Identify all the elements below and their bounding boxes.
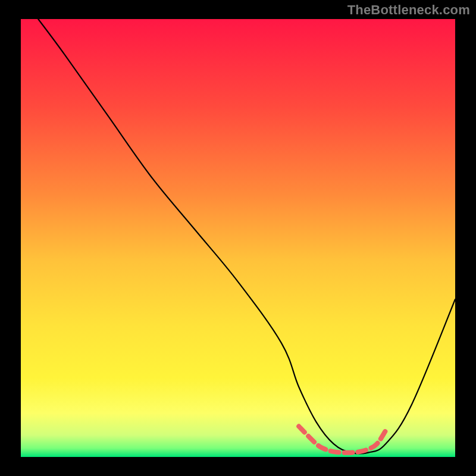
watermark-text: TheBottleneck.com xyxy=(347,2,470,18)
bottleneck-chart xyxy=(0,0,476,476)
chart-container: { "watermark": "TheBottleneck.com", "cha… xyxy=(0,0,476,476)
